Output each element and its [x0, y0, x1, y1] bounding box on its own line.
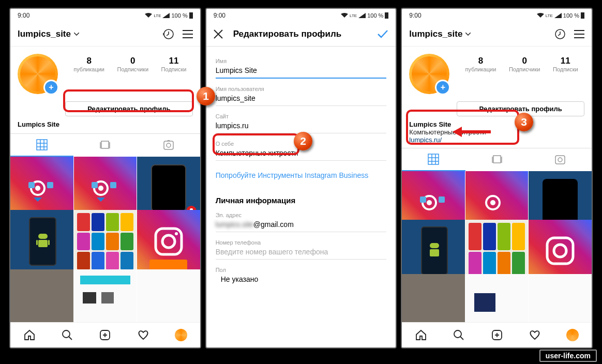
- profile-header: lumpics_site: [402, 22, 592, 47]
- svg-rect-18: [38, 240, 48, 247]
- post-thumbnail[interactable]: [74, 269, 137, 322]
- name-input[interactable]: Lumpics Site: [216, 64, 387, 79]
- post-thumbnail[interactable]: [529, 220, 592, 283]
- svg-point-5: [167, 143, 171, 147]
- tagged-icon: [163, 139, 174, 150]
- username-dropdown[interactable]: lumpics_site: [18, 29, 79, 39]
- website-label: Сайт: [216, 113, 387, 119]
- phone-label: Номер телефона: [216, 239, 387, 246]
- feed-icon: [100, 140, 110, 150]
- tab-tagged[interactable]: [137, 134, 200, 156]
- svg-rect-27: [581, 12, 584, 19]
- nav-activity[interactable]: [516, 323, 553, 347]
- post-thumbnail[interactable]: [402, 274, 465, 322]
- stat-following[interactable]: 11Подписки: [553, 56, 578, 94]
- gender-input[interactable]: Не указано: [216, 273, 387, 286]
- phone-input[interactable]: Введите номер вашего телефона: [216, 246, 387, 260]
- stats-row: 8публикации 0Подписчики 11Подписки: [459, 56, 584, 94]
- confirm-icon[interactable]: [377, 29, 388, 39]
- display-name: Lumpics Site: [10, 120, 200, 128]
- edit-profile-button[interactable]: Редактировать профиль: [65, 101, 193, 116]
- post-thumbnail[interactable]: [465, 220, 529, 283]
- svg-point-7: [35, 186, 40, 191]
- status-bar: 9:00 LTE100 %: [206, 9, 396, 22]
- post-thumbnail[interactable]: [402, 220, 465, 283]
- tab-feed[interactable]: [465, 148, 529, 170]
- stat-following[interactable]: 11Подписки: [161, 56, 187, 94]
- bottom-nav: [402, 322, 592, 347]
- annotation-arrow: [452, 126, 493, 138]
- website-link[interactable]: lumpics.ru/: [402, 136, 592, 148]
- svg-rect-21: [156, 229, 182, 254]
- tab-tagged[interactable]: [529, 148, 592, 170]
- post-thumbnail[interactable]: [137, 269, 200, 322]
- stat-posts[interactable]: 8публикации: [465, 56, 496, 94]
- profile-tabs: [10, 133, 200, 157]
- username-label: Имя пользователя: [216, 86, 387, 92]
- svg-point-45: [454, 330, 461, 338]
- svg-rect-9: [47, 182, 53, 188]
- svg-rect-36: [439, 196, 445, 203]
- display-name: Lumpics Site: [402, 120, 592, 128]
- svg-rect-19: [36, 240, 38, 245]
- post-thumbnail[interactable]: [137, 210, 200, 273]
- post-thumbnail[interactable]: [529, 274, 592, 322]
- email-label: Эл. адрес: [216, 212, 387, 218]
- nav-search[interactable]: [48, 323, 86, 347]
- home-icon: [23, 329, 36, 341]
- email-input[interactable]: lumpics.site@gmail.com: [216, 218, 387, 232]
- nav-add[interactable]: [478, 323, 516, 347]
- post-thumbnail[interactable]: [10, 210, 73, 273]
- svg-point-32: [558, 158, 562, 162]
- nav-home[interactable]: [402, 323, 440, 347]
- add-post-icon: [99, 329, 111, 341]
- nav-search[interactable]: [440, 323, 478, 347]
- profile-tabs: [402, 148, 592, 171]
- nav-add[interactable]: [86, 323, 124, 347]
- heart-icon: [137, 329, 149, 341]
- archive-icon[interactable]: [163, 28, 174, 40]
- add-story-icon[interactable]: +: [435, 80, 450, 95]
- archive-icon[interactable]: [554, 28, 566, 40]
- post-thumbnail[interactable]: [465, 274, 529, 322]
- post-thumbnail[interactable]: [74, 210, 137, 273]
- svg-rect-2: [37, 140, 47, 150]
- username-input[interactable]: lumpics_site: [216, 92, 387, 106]
- add-story-icon[interactable]: +: [43, 80, 59, 95]
- menu-icon[interactable]: [183, 30, 193, 38]
- svg-point-34: [427, 200, 432, 205]
- nav-activity[interactable]: [124, 323, 162, 347]
- stat-posts[interactable]: 8публикации: [73, 56, 104, 94]
- avatar[interactable]: +: [18, 54, 58, 94]
- tab-grid[interactable]: [402, 148, 465, 171]
- svg-point-11: [98, 186, 103, 191]
- nav-home[interactable]: [10, 323, 48, 347]
- posts-grid: [402, 171, 592, 322]
- status-time: 9:00: [18, 12, 29, 19]
- chevron-down-icon: [465, 33, 471, 36]
- close-icon[interactable]: [214, 29, 223, 39]
- annotation-marker-1: 1: [197, 87, 215, 105]
- svg-rect-26: [385, 12, 388, 19]
- business-tools-link[interactable]: Попробуйте Инструменты Instagram Busines…: [216, 161, 387, 190]
- stats-row: 8публикации 0Подписчики 11Подписки: [67, 56, 193, 94]
- nav-profile[interactable]: [554, 323, 592, 347]
- stat-followers[interactable]: 0Подписчики: [117, 56, 149, 94]
- stat-followers[interactable]: 0Подписчики: [509, 56, 540, 94]
- tab-grid[interactable]: [10, 134, 73, 157]
- profile-header: lumpics_site: [10, 22, 200, 47]
- website-input[interactable]: lumpics.ru: [216, 119, 387, 133]
- menu-icon[interactable]: [574, 30, 584, 38]
- tab-feed[interactable]: [73, 134, 137, 156]
- svg-rect-12: [92, 182, 98, 188]
- svg-point-38: [490, 200, 495, 205]
- nav-profile[interactable]: [162, 323, 200, 347]
- annotation-marker-3: 3: [515, 113, 533, 131]
- post-thumbnail[interactable]: [10, 269, 73, 322]
- avatar[interactable]: +: [409, 54, 449, 94]
- svg-rect-41: [430, 243, 439, 248]
- signal-icon: [162, 13, 170, 18]
- username-dropdown[interactable]: lumpics_site: [409, 29, 471, 39]
- phone-screen-profile-before: 9:00 LTE 100 % lumpics_site + 8публикац: [9, 8, 201, 348]
- svg-rect-35: [420, 196, 426, 203]
